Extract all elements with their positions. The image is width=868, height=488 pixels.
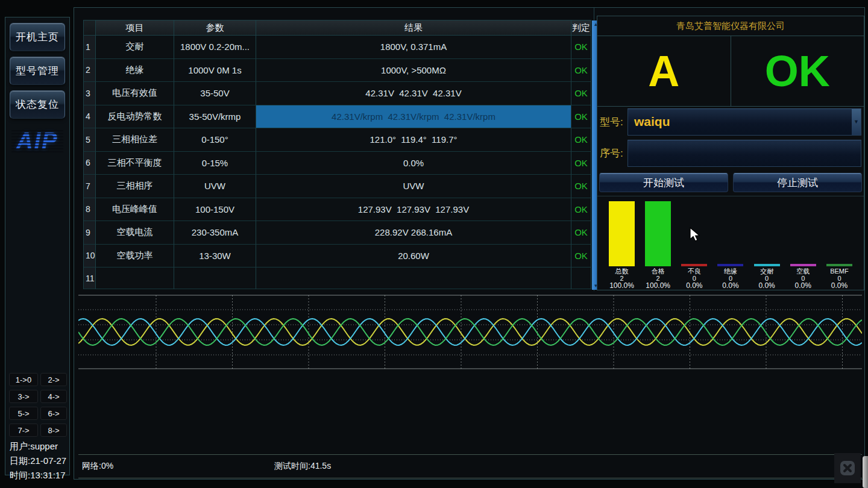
table-row[interactable]: 10空载功率13-30W20.60WOK [84, 245, 591, 268]
status-bar: 网络:0% 测试时间:41.5s [78, 454, 862, 478]
channel-button-1[interactable]: 1->0 [9, 373, 38, 386]
test-result: 121.0° 119.4° 119.7° [256, 128, 571, 152]
test-button-row: 开始测试 停止测试 [597, 169, 864, 196]
stat-percent: 0.0% [758, 282, 775, 290]
column-header [84, 20, 96, 36]
judge-result: OK [571, 152, 591, 175]
column-header: 参数 [174, 20, 256, 36]
stat-percent: 0.0% [722, 282, 738, 290]
test-result [256, 267, 571, 289]
test-result: UVW [256, 175, 571, 198]
test-parameter: 1800V 0.2-20m... [174, 36, 256, 59]
row-number: 3 [84, 82, 96, 105]
stat-group-2: 合格2100.0% [641, 200, 675, 290]
stat-group-7: BEMF00.0% [822, 200, 857, 290]
test-parameter: 13-30W [174, 245, 256, 268]
model-select[interactable]: waiqu ▼ [627, 108, 861, 136]
channel-button-7[interactable]: 7-> [9, 424, 38, 437]
test-result: 127.93V 127.93V 127.93V [256, 198, 571, 222]
media-player-overlay-button[interactable] [834, 453, 861, 483]
stat-group-1: 总数2100.0% [605, 200, 639, 290]
stat-percent: 0.0% [795, 282, 811, 290]
judge-result: OK [571, 245, 591, 268]
stat-percent: 100.0% [646, 282, 670, 290]
model-value: waiqu [634, 114, 670, 129]
table-row[interactable]: 7三相相序UVWUVWOK [84, 175, 591, 198]
judge-result: OK [571, 128, 591, 152]
column-header: 项目 [96, 20, 174, 36]
stat-bar [717, 264, 743, 266]
stop-test-button[interactable]: 停止测试 [733, 173, 862, 192]
nav-button-3[interactable]: 状态复位 [10, 90, 65, 119]
test-item-name: 三相不平衡度 [96, 152, 174, 175]
serial-input[interactable] [627, 140, 861, 167]
channel-button-6[interactable]: 6-> [40, 407, 67, 420]
table-row[interactable]: 2绝缘1000V 0M 1s1000V, >500MΩOK [84, 59, 591, 83]
test-item-name: 三相相序 [96, 175, 174, 198]
model-label: 型号: [600, 115, 627, 129]
channel-button-8[interactable]: 8-> [40, 424, 67, 437]
stat-bar-wrap [717, 200, 743, 266]
row-number: 11 [84, 267, 96, 289]
company-name: 青岛艾普智能仪器有限公司 [597, 16, 864, 36]
row-number: 8 [84, 198, 96, 222]
test-parameter: 1000V 0M 1s [174, 59, 256, 83]
table-row[interactable]: 9空载电流230-350mA228.92V 268.16mAOK [84, 221, 591, 245]
edge-scroll-thumb[interactable] [863, 456, 868, 488]
test-item-name: 空载电流 [96, 221, 174, 245]
channel-button-5[interactable]: 5-> [9, 407, 38, 420]
judge-result: OK [571, 198, 591, 222]
chevron-down-icon[interactable]: ▼ [852, 109, 861, 135]
test-item-name: 绝缘 [96, 59, 174, 83]
channel-button-grid: 1->02->3->4->5->6->7->8-> [9, 373, 67, 437]
judge-result [571, 267, 591, 289]
table-row[interactable]: 4反电动势常数35-50V/krmp42.31V/krpm 42.31V/krp… [84, 105, 591, 129]
test-parameter: 0-15% [174, 152, 256, 175]
row-number: 4 [84, 105, 96, 129]
test-parameter: UVW [174, 175, 256, 198]
table-row[interactable]: 5三相相位差0-150°121.0° 119.4° 119.7°OK [84, 128, 591, 152]
waveform-panel [78, 292, 862, 370]
table-row[interactable]: 11 [84, 267, 591, 289]
start-test-button[interactable]: 开始测试 [599, 173, 728, 192]
stat-category-label: BEMF [830, 268, 849, 275]
stat-bar-wrap [681, 200, 707, 266]
serial-field-row: 序号: [597, 137, 864, 169]
column-header: 结果 [256, 20, 571, 36]
test-result: 20.60W [256, 245, 571, 268]
stat-group-4: 绝缘00.0% [713, 200, 747, 290]
stat-bar [609, 201, 635, 266]
row-number: 5 [84, 128, 96, 152]
test-item-name: 电压峰峰值 [96, 198, 174, 222]
stat-category-label: 交耐 [760, 268, 773, 275]
user-info: 用户:supper 日期:21-07-27 时间:13:31:17 [10, 439, 66, 483]
nav-button-group: 开机主页型号管理状态复位 [5, 23, 69, 119]
user-label: 用户:supper [10, 439, 66, 454]
row-number: 6 [84, 152, 96, 175]
table-row[interactable]: 3电压有效值35-50V42.31V 42.31V 42.31VOK [84, 82, 591, 105]
test-status-value: OK [731, 36, 864, 106]
channel-button-4[interactable]: 4-> [40, 390, 67, 403]
stat-group-5: 交耐00.0% [750, 200, 784, 290]
table-row[interactable]: 1交耐1800V 0.2-20m...1800V, 0.371mAOK [84, 36, 591, 59]
main-panel: 项目参数结果判定 1交耐1800V 0.2-20m...1800V, 0.371… [74, 7, 865, 480]
judge-result: OK [571, 59, 591, 83]
row-number: 2 [84, 59, 96, 83]
stat-category-label: 不良 [688, 268, 701, 275]
table-row[interactable]: 8电压峰峰值100-150V127.93V 127.93V 127.93VOK [84, 198, 591, 222]
nav-button-1[interactable]: 开机主页 [10, 23, 65, 51]
player-logo-icon [839, 460, 856, 477]
test-time-status: 测试时间:41.5s [274, 461, 331, 472]
channel-button-2[interactable]: 2-> [40, 373, 67, 386]
judge-result: OK [571, 36, 591, 59]
model-field-row: 型号: waiqu ▼ [597, 107, 864, 137]
stat-percent: 100.0% [609, 282, 634, 290]
nav-button-2[interactable]: 型号管理 [10, 57, 65, 85]
channel-button-3[interactable]: 3-> [9, 390, 38, 403]
test-result: 1800V, 0.371mA [256, 36, 571, 59]
time-label: 时间:13:31:17 [10, 468, 66, 483]
judge-result: OK [571, 221, 591, 245]
table-row[interactable]: 6三相不平衡度0-15%0.0%OK [84, 152, 591, 175]
test-item-name: 交耐 [96, 36, 174, 59]
test-result: 42.31V 42.31V 42.31V [256, 82, 571, 105]
